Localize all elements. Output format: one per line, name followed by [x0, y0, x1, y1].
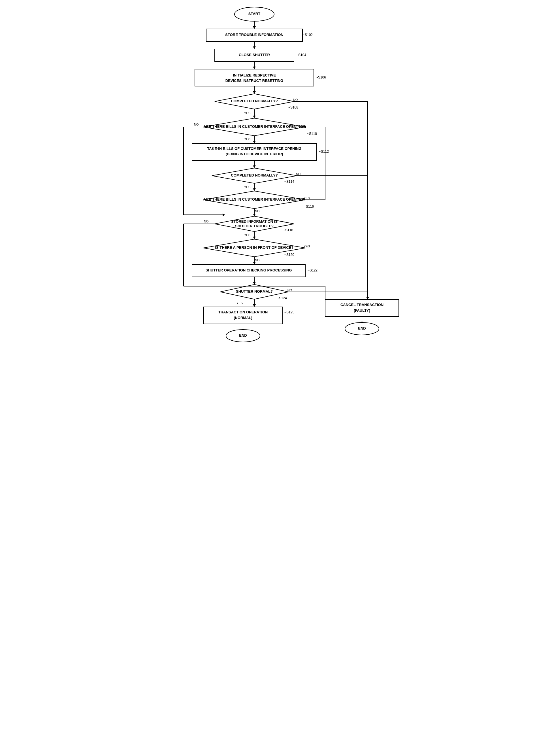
svg-marker-25 — [253, 214, 256, 216]
s124-text: SHUTTER NORMAL? — [236, 289, 273, 293]
s110-text: ARE THERE BILLS IN CUSTOMER INTERFACE OP… — [203, 124, 305, 129]
svg-marker-35 — [253, 262, 256, 264]
svg-marker-43 — [366, 297, 369, 300]
svg-marker-37 — [253, 282, 256, 284]
s118-text1: STORED INFORMATION IS — [231, 219, 278, 224]
s116-yes: YES — [303, 196, 310, 200]
s102-text: STORE TROUBLE INFORMATION — [225, 33, 283, 37]
s128-text2: (FAULTY) — [354, 308, 370, 313]
s118-text2: SHUTTER TROUBLE? — [235, 224, 274, 228]
s112-label: ~S112 — [319, 150, 329, 154]
s120-label: ~S120 — [284, 253, 294, 257]
s124-no: NO — [287, 288, 292, 292]
s118-no: NO — [204, 220, 209, 223]
s102-label: S102 — [305, 33, 313, 37]
end1-label: END — [239, 333, 247, 337]
s118-label: ~S118 — [283, 228, 293, 232]
s104-label: ~S104 — [296, 53, 306, 57]
s112-text1: TAKE-IN BILLS OF CUSTOMER INTERFACE OPEN… — [207, 147, 301, 151]
s114-text: COMPLETED NORMALLY? — [231, 173, 278, 177]
svg-marker-4 — [253, 47, 256, 49]
s114-no: NO — [296, 172, 301, 176]
svg-marker-1 — [253, 26, 256, 29]
s106-text1: INITIALIZE RESPECTIVE — [233, 73, 276, 77]
s116-text: ARE THERE BILLS IN CUSTOMER INTERFACE OP… — [203, 197, 305, 202]
svg-marker-19 — [253, 188, 256, 191]
s116-label: S116 — [306, 205, 314, 209]
s104-text: CLOSE SHUTTER — [239, 53, 270, 57]
s120-yes: YES — [303, 245, 310, 248]
s120-text: IS THERE A PERSON IN FRONT OF DEVICE? — [215, 246, 293, 250]
s128-text1: CANCEL TRANSACTION — [340, 303, 384, 307]
svg-marker-16 — [253, 165, 256, 168]
s108-text: COMPLETED NORMALLY? — [231, 99, 278, 103]
s124-yes: YES — [236, 301, 243, 305]
s106-text2: DEVICES INSTRUCT RESETTING — [225, 78, 283, 83]
svg-marker-6 — [253, 67, 256, 69]
s125-label: ~S125 — [284, 310, 294, 314]
svg-marker-14 — [253, 141, 256, 143]
s106-box — [195, 69, 314, 86]
s122-label: ~S122 — [308, 268, 318, 272]
s118-yes: YES — [244, 233, 251, 236]
s106-label: ~S106 — [316, 75, 326, 79]
svg-marker-8 — [253, 91, 256, 94]
s112-text2: (BRING INTO DEVICE INTERIOR) — [226, 152, 283, 156]
svg-marker-10 — [253, 116, 256, 118]
s125-text1: TRANSACTION OPERATION — [218, 310, 268, 314]
s108-no: NO — [293, 98, 298, 101]
s108-label: ~S108 — [288, 105, 298, 109]
flowchart-container: START STORE TROUBLE INFORMATION S102 ~ C… — [167, 6, 387, 310]
s120-no: NO — [255, 258, 260, 262]
s116-no: NO — [255, 209, 260, 213]
s108-yes: YES — [244, 111, 251, 115]
s124-label: ~S124 — [277, 296, 287, 300]
s110-no: NO — [194, 123, 199, 126]
s110-label: ~S110 — [307, 132, 317, 136]
s128-box — [325, 300, 399, 317]
svg-marker-32 — [253, 236, 256, 239]
s125-box — [203, 307, 283, 324]
s122-text: SHUTTER OPERATION CHECKING PROCESSING — [206, 268, 292, 272]
svg-marker-40 — [253, 304, 256, 307]
s114-yes: YES — [244, 185, 251, 189]
s125-text2: (NORMAL) — [234, 316, 253, 320]
s110-yes: YES — [244, 137, 251, 141]
svg-marker-28 — [223, 213, 225, 216]
svg-text:~: ~ — [302, 33, 304, 37]
start-label: START — [248, 12, 260, 16]
end2-label: END — [358, 326, 366, 330]
s114-label: ~S114 — [284, 180, 294, 183]
